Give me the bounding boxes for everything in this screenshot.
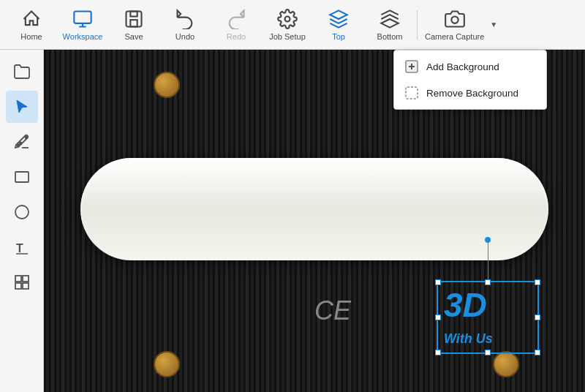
sel-handle-bl[interactable] bbox=[435, 350, 441, 355]
undo-button[interactable]: Undo bbox=[159, 3, 211, 47]
pcb-component: CE 3D With Us bbox=[80, 158, 548, 260]
svg-point-8 bbox=[19, 143, 21, 145]
save-label: Save bbox=[124, 32, 143, 41]
svg-rect-15 bbox=[15, 276, 21, 282]
add-background-label: Add Background bbox=[426, 61, 499, 72]
top-button[interactable]: Top bbox=[313, 3, 364, 47]
pen-tool[interactable] bbox=[6, 126, 38, 158]
workspace-label: Workspace bbox=[63, 32, 103, 41]
svg-rect-11 bbox=[15, 172, 29, 182]
screw-bottom-right bbox=[493, 351, 519, 377]
add-background-item[interactable]: Add Background bbox=[394, 53, 546, 80]
svg-point-7 bbox=[451, 16, 458, 23]
redo-label: Redo bbox=[227, 32, 246, 41]
workspace-button[interactable]: Workspace bbox=[57, 3, 108, 47]
sel-handle-br[interactable] bbox=[535, 350, 540, 355]
toolbar-divider bbox=[417, 10, 418, 39]
sel-handle-mr[interactable] bbox=[535, 314, 540, 320]
screw-top-left bbox=[154, 72, 180, 98]
sel-handle-tl[interactable] bbox=[435, 279, 441, 285]
selection-control-point[interactable] bbox=[485, 237, 491, 243]
selection-line bbox=[488, 243, 488, 281]
camera-capture-dropdown: Add Background Remove Background bbox=[393, 50, 547, 110]
home-button[interactable]: Home bbox=[6, 3, 57, 47]
svg-marker-5 bbox=[330, 10, 347, 19]
svg-rect-18 bbox=[23, 283, 29, 289]
svg-point-12 bbox=[15, 206, 29, 219]
select-tool[interactable] bbox=[6, 91, 38, 123]
rectangle-tool[interactable] bbox=[6, 161, 38, 193]
folder-tool[interactable] bbox=[6, 56, 38, 88]
bottom-button[interactable]: Bottom bbox=[364, 3, 415, 47]
svg-point-9 bbox=[25, 137, 27, 139]
remove-background-item[interactable]: Remove Background bbox=[394, 80, 546, 106]
camera-capture-label: Camera Capture bbox=[425, 32, 484, 41]
circle-tool[interactable] bbox=[6, 196, 38, 228]
logo-bounding-box: 3D With Us bbox=[437, 281, 539, 354]
text-tool[interactable]: T bbox=[6, 231, 38, 263]
ce-mark: CE bbox=[314, 295, 351, 326]
home-label: Home bbox=[20, 32, 42, 41]
bottom-label: Bottom bbox=[377, 32, 403, 41]
save-button[interactable]: Save bbox=[108, 3, 159, 47]
top-label: Top bbox=[332, 32, 345, 41]
job-setup-label: Job Setup bbox=[269, 32, 306, 41]
logo-3d-text: 3D bbox=[444, 288, 487, 322]
sel-handle-tr[interactable] bbox=[535, 279, 540, 285]
undo-label: Undo bbox=[176, 32, 195, 41]
svg-text:T: T bbox=[16, 242, 23, 255]
camera-chevron-icon: ▼ bbox=[490, 20, 497, 29]
sel-handle-bm[interactable] bbox=[485, 350, 491, 355]
screw-bottom-left bbox=[154, 351, 180, 377]
svg-rect-22 bbox=[406, 87, 418, 99]
svg-marker-6 bbox=[381, 19, 398, 28]
add-background-icon bbox=[404, 59, 419, 74]
logo-selection-area[interactable]: 3D With Us bbox=[437, 281, 539, 354]
svg-rect-2 bbox=[130, 11, 137, 16]
svg-rect-1 bbox=[127, 11, 142, 26]
transform-tool[interactable] bbox=[6, 266, 38, 298]
redo-button[interactable]: Redo bbox=[211, 3, 262, 47]
svg-rect-16 bbox=[23, 276, 29, 282]
svg-point-10 bbox=[17, 145, 19, 147]
logo-withus-text: With Us bbox=[444, 331, 493, 347]
svg-rect-3 bbox=[130, 20, 137, 26]
remove-background-label: Remove Background bbox=[426, 88, 518, 99]
sel-handle-ml[interactable] bbox=[435, 314, 441, 320]
svg-point-4 bbox=[285, 16, 290, 21]
sel-handle-tm[interactable] bbox=[485, 279, 491, 285]
svg-rect-0 bbox=[74, 11, 91, 23]
sidebar: T bbox=[0, 50, 44, 392]
job-setup-button[interactable]: Job Setup bbox=[262, 3, 313, 47]
svg-rect-17 bbox=[15, 283, 21, 289]
remove-background-icon bbox=[404, 86, 419, 100]
camera-capture-button[interactable]: Camera Capture ▼ bbox=[419, 3, 503, 47]
toolbar: Home Workspace Save Undo Redo bbox=[0, 0, 585, 50]
